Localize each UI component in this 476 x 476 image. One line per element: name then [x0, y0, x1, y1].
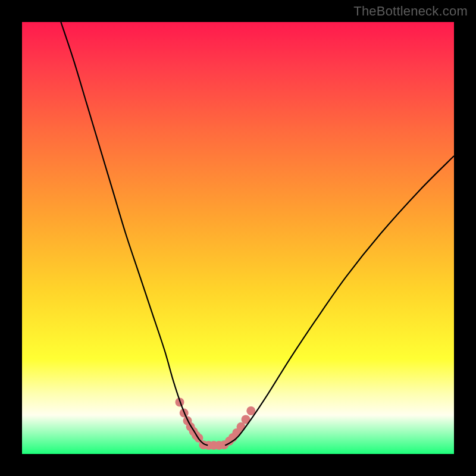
dot-markers: [175, 397, 255, 450]
bottleneck-curve: [22, 22, 454, 454]
watermark-text: TheBottleneck.com: [353, 4, 468, 19]
curve-left-branch: [61, 22, 208, 445]
curve-right-branch: [225, 156, 454, 445]
chart-frame: [22, 22, 454, 454]
